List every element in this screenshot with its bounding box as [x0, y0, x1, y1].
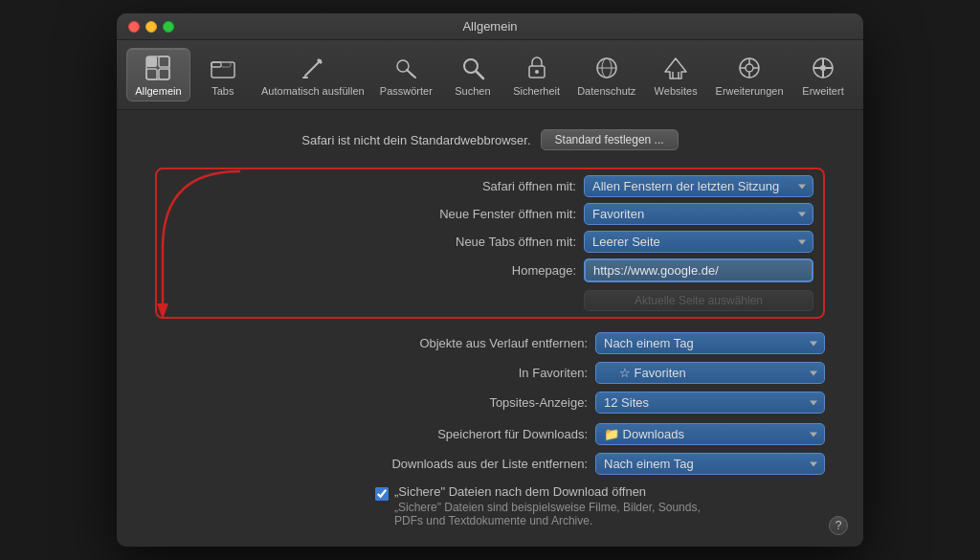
toolbar-item-passwords[interactable]: Passwörter: [372, 49, 440, 101]
window-title: Allgemein: [462, 19, 517, 34]
close-button[interactable]: [128, 21, 140, 33]
safe-files-label: „Sichere" Dateien nach dem Download öffn…: [394, 484, 720, 499]
history-row: Objekte aus Verlauf entfernen: Nach eine…: [155, 332, 825, 354]
help-button[interactable]: ?: [829, 516, 848, 535]
toolbar-label-security: Sicherheit: [513, 85, 560, 97]
toolbar-item-advanced[interactable]: Erweitert: [792, 49, 854, 101]
svg-rect-6: [212, 62, 221, 67]
downloads-remove-select[interactable]: Nach einem Tag Nach einer Woche Nach ein…: [595, 453, 825, 475]
toolbar-label-websites: Websites: [655, 85, 698, 97]
toolbar: Allgemein Tabs Automatisch ausfüllen: [117, 40, 863, 110]
set-default-button[interactable]: Standard festlegen ...: [541, 129, 679, 150]
highlighted-form-section: Safari öffnen mit: Allen Fenstern der le…: [155, 168, 825, 319]
topsites-select[interactable]: 6 Sites 12 Sites 24 Sites: [595, 392, 825, 414]
downloads-remove-select-wrapper: Nach einem Tag Nach einer Woche Nach ein…: [595, 453, 825, 475]
safe-files-row: „Sichere" Dateien nach dem Download öffn…: [155, 484, 825, 527]
toolbar-item-extensions[interactable]: Erweiterungen: [708, 49, 791, 101]
privacy-icon: [591, 53, 622, 83]
websites-icon: [660, 53, 691, 83]
favorites-label: In Favoriten:: [396, 366, 588, 380]
history-select[interactable]: Nach einem Tag Nach einer Woche Nach zwe…: [595, 332, 825, 354]
topsites-select-wrapper: 6 Sites 12 Sites 24 Sites: [595, 392, 825, 414]
content-area: Safari ist nicht dein Standardwebbrowser…: [117, 110, 863, 547]
autofill-icon: [298, 53, 328, 83]
toolbar-label-tabs: Tabs: [212, 85, 234, 97]
safari-open-row: Safari öffnen mit: Allen Fenstern der le…: [167, 175, 813, 197]
new-tab-select[interactable]: Leerer Seite Favoriten Startseite: [584, 231, 813, 253]
toolbar-item-security[interactable]: Sicherheit: [505, 49, 568, 101]
main-window: Allgemein Allgemein: [117, 13, 863, 547]
toolbar-item-search[interactable]: Suchen: [442, 49, 503, 101]
svg-rect-2: [159, 56, 169, 67]
homepage-input[interactable]: [584, 258, 813, 282]
safari-open-select-wrapper: Allen Fenstern der letzten Sitzung Einem…: [584, 175, 813, 197]
minimize-button[interactable]: [145, 21, 157, 33]
homepage-label: Homepage:: [385, 263, 576, 278]
window-controls: [128, 21, 174, 33]
history-label: Objekte aus Verlauf entfernen:: [396, 336, 588, 350]
safari-open-select[interactable]: Allen Fenstern der letzten Sitzung Einem…: [584, 175, 813, 197]
svg-line-14: [477, 72, 483, 78]
safe-files-checkbox[interactable]: [375, 487, 389, 501]
downloads-location-select[interactable]: 📁 Downloads Schreibtisch Anderer Ordner.…: [595, 423, 825, 445]
svg-rect-3: [146, 69, 157, 79]
svg-point-16: [535, 70, 539, 74]
svg-rect-4: [159, 69, 169, 79]
favorites-row: In Favoriten: ☆ Favoriten Lesezeichen: [155, 362, 825, 384]
downloads-location-select-wrapper: 📁 Downloads Schreibtisch Anderer Ordner.…: [595, 423, 825, 445]
downloads-remove-label: Downloads aus der Liste entfernen:: [391, 457, 588, 471]
svg-line-8: [305, 60, 321, 76]
favorites-select[interactable]: ☆ Favoriten Lesezeichen: [595, 362, 825, 384]
svg-point-23: [746, 64, 753, 72]
toolbar-item-autofill[interactable]: Automatisch ausfüllen: [256, 49, 370, 101]
titlebar: Allgemein: [117, 13, 863, 40]
search-icon: [457, 53, 488, 83]
history-select-wrapper: Nach einem Tag Nach einer Woche Nach zwe…: [595, 332, 825, 354]
toolbar-item-websites[interactable]: Websites: [645, 49, 706, 101]
tabs-icon: [208, 53, 238, 83]
safari-open-label: Safari öffnen mit:: [385, 179, 576, 193]
new-window-row: Neue Fenster öffnen mit: Favoriten Leere…: [167, 203, 813, 225]
advanced-icon: [808, 53, 838, 83]
passwords-icon: [390, 53, 421, 83]
new-tab-row: Neue Tabs öffnen mit: Leerer Seite Favor…: [167, 231, 813, 253]
toolbar-item-privacy[interactable]: Datenschutz: [569, 49, 643, 101]
svg-point-29: [820, 65, 826, 71]
safe-files-text-block: „Sichere" Dateien nach dem Download öffn…: [394, 484, 720, 527]
downloads-location-label: Speicherort für Downloads:: [396, 427, 588, 441]
downloads-section: Speicherort für Downloads: 📁 Downloads S…: [155, 423, 825, 475]
svg-point-13: [464, 59, 478, 73]
toolbar-item-allgemein[interactable]: Allgemein: [126, 48, 190, 101]
toolbar-label-search: Suchen: [455, 85, 490, 97]
downloads-location-row: Speicherort für Downloads: 📁 Downloads S…: [155, 423, 825, 445]
current-page-row: Aktuelle Seite auswählen: [167, 288, 813, 311]
toolbar-item-tabs[interactable]: Tabs: [192, 49, 254, 101]
normal-section: Objekte aus Verlauf entfernen: Nach eine…: [155, 332, 825, 414]
toolbar-label-extensions: Erweiterungen: [716, 85, 784, 97]
topsites-label: Topsites-Anzeige:: [396, 395, 588, 410]
new-window-select[interactable]: Favoriten Leere Seite Startseite: [584, 203, 813, 225]
safe-files-subtext: „Sichere" Dateien sind beispielsweise Fi…: [394, 501, 720, 527]
new-window-label: Neue Fenster öffnen mit:: [385, 207, 576, 221]
favorites-select-wrapper: ☆ Favoriten Lesezeichen: [595, 362, 825, 384]
current-page-button[interactable]: Aktuelle Seite auswählen: [584, 290, 813, 311]
new-tab-label: Neue Tabs öffnen mit:: [385, 235, 576, 249]
homepage-row: Homepage:: [167, 258, 813, 282]
allgemein-icon: [143, 53, 173, 83]
security-icon: [522, 53, 552, 83]
toolbar-label-privacy: Datenschutz: [577, 85, 635, 97]
toolbar-label-allgemein: Allgemein: [135, 85, 181, 97]
toolbar-label-autofill: Automatisch ausfüllen: [261, 85, 365, 97]
new-window-select-wrapper: Favoriten Leere Seite Startseite: [584, 203, 813, 225]
topsites-row: Topsites-Anzeige: 6 Sites 12 Sites 24 Si…: [155, 392, 825, 414]
svg-rect-1: [146, 56, 157, 67]
standard-browser-text: Safari ist nicht dein Standardwebbrowser…: [301, 133, 530, 147]
extensions-icon: [734, 53, 765, 83]
downloads-remove-row: Downloads aus der Liste entfernen: Nach …: [155, 453, 825, 475]
toolbar-label-passwords: Passwörter: [380, 85, 433, 97]
toolbar-label-advanced: Erweitert: [802, 85, 843, 97]
standard-browser-row: Safari ist nicht dein Standardwebbrowser…: [155, 129, 825, 150]
new-tab-select-wrapper: Leerer Seite Favoriten Startseite: [584, 231, 813, 253]
help-icon: ?: [835, 519, 842, 532]
maximize-button[interactable]: [163, 21, 174, 33]
